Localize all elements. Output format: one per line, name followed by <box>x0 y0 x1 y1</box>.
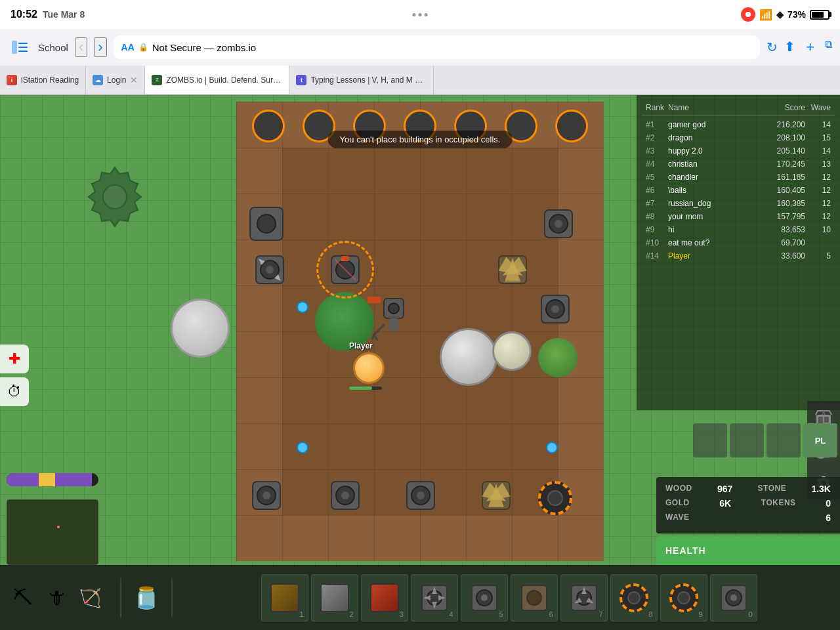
building-slots: 1 2 3 <box>178 574 840 621</box>
slot-number-4: 4 <box>449 610 453 618</box>
slot-btn-3[interactable] <box>766 423 801 457</box>
slot-6-icon <box>514 578 555 618</box>
game-area[interactable]: ✚ ⏱ You can't place buildings in occupie… <box>0 95 840 630</box>
svg-point-4 <box>103 185 127 209</box>
gear-decoration <box>79 161 151 236</box>
player-tag-button[interactable]: PL <box>803 423 837 457</box>
favicon-zombs: Z <box>152 75 162 85</box>
side-button-timer[interactable]: ⏱ <box>0 377 29 406</box>
weapon-sword[interactable]: 🗡 <box>46 587 66 609</box>
tab-label-login: Login <box>107 75 126 85</box>
school-label: School <box>38 42 68 53</box>
lb-row-9: #10 eat me out? 69,700 <box>642 236 835 249</box>
weapon-pickaxe[interactable]: ⛏ <box>13 587 33 609</box>
forward-button[interactable]: › <box>94 37 106 57</box>
tab-istation[interactable]: i iStation Reading <box>0 66 86 94</box>
slot-btn-2[interactable] <box>730 423 764 457</box>
building-slot-6[interactable]: 6 <box>511 574 558 621</box>
lb-score-0: 216,200 <box>759 120 805 129</box>
reload-button[interactable]: ↻ <box>766 39 778 55</box>
weapon-bow[interactable]: 🏹 <box>79 587 102 609</box>
lb-row-0: #1 gamer god 216,200 14 <box>642 118 835 131</box>
lb-rank-0: #1 <box>646 120 665 129</box>
location-icon: ◈ <box>776 9 784 20</box>
aa-button[interactable]: AA <box>121 42 135 52</box>
slot-3-icon <box>364 578 405 618</box>
lb-name-9: eat me out? <box>668 238 757 247</box>
slot-number-6: 6 <box>549 610 553 618</box>
lb-row-8: #9 hi 83,653 10 <box>642 223 835 236</box>
building-slot-4[interactable]: 4 <box>411 574 458 621</box>
lb-name-6: russian_dog <box>668 199 757 208</box>
potion-slot[interactable]: 🫙 <box>127 585 166 610</box>
lb-rank-6: #7 <box>646 199 665 208</box>
side-button-health[interactable]: ✚ <box>0 345 29 373</box>
svg-point-30 <box>341 492 349 499</box>
tab-typing[interactable]: t Typing Lessons | V, H, and M Keys... <box>289 66 434 94</box>
lb-rank-1: #2 <box>646 133 665 142</box>
cannon-left <box>253 253 287 289</box>
slot-btn-1[interactable] <box>693 423 727 457</box>
lb-score-5: 160,405 <box>759 186 805 195</box>
player-health-fill-mini <box>349 387 372 390</box>
cannon-bottom-1 <box>249 478 284 515</box>
turret-left-1 <box>249 207 284 241</box>
blue-dot-2 <box>297 301 308 313</box>
pickaxe-icon: ⛏ <box>13 587 33 609</box>
svg-point-33 <box>417 492 425 499</box>
back-button[interactable]: ‹ <box>75 37 87 57</box>
building-slot-9[interactable]: 9 <box>660 574 707 621</box>
lb-name-7: your mom <box>668 212 757 221</box>
svg-line-43 <box>374 335 377 340</box>
status-right: 📶 ◈ 73% <box>741 7 830 22</box>
building-slot-0[interactable]: 0 <box>710 574 757 621</box>
svg-point-24 <box>555 220 562 228</box>
orange-ring-bottom <box>538 481 572 515</box>
building-slot-5[interactable]: 5 <box>461 574 508 621</box>
tabs-button[interactable]: ⧉ <box>825 39 832 56</box>
game-board[interactable]: You can't place buildings in occupied ce… <box>236 102 604 561</box>
lb-name-2: huppy 2.0 <box>668 146 757 156</box>
battery-percent: 73% <box>788 9 806 20</box>
minimap <box>7 499 98 565</box>
slot-8-icon <box>614 578 654 618</box>
weapon-slots: ⛏ 🗡 🏹 <box>0 587 115 609</box>
lb-row-4: #5 chandler 161,185 12 <box>642 171 835 184</box>
building-slot-2[interactable]: 2 <box>311 574 358 621</box>
header-wave: Wave <box>808 103 831 112</box>
lb-rank-8: #9 <box>646 225 665 234</box>
minimap-player-dot <box>57 526 60 528</box>
share-button[interactable]: ⬆ <box>784 39 795 56</box>
new-tab-button[interactable]: + <box>806 39 814 56</box>
slot-9-icon <box>663 578 704 618</box>
building-slot-1[interactable]: 1 <box>261 574 308 621</box>
slot-number-9: 9 <box>698 610 702 618</box>
building-slot-8[interactable]: 8 <box>610 574 658 621</box>
turret-right-top <box>541 207 576 243</box>
lb-rank-3: #4 <box>646 159 665 169</box>
lb-name-8: hi <box>668 225 757 234</box>
url-field[interactable]: AA 🔒 Not Secure — zombs.io <box>114 35 761 59</box>
lb-name-10: Player <box>668 251 757 261</box>
tabs-bar: i iStation Reading ☁ Login ✕ Z ZOMBS.io … <box>0 66 840 94</box>
lb-wave-5: 12 <box>808 186 831 195</box>
header-score: Score <box>759 103 805 112</box>
status-bar: 10:52 Tue Mar 8 📶 ◈ 73% <box>0 0 840 29</box>
slot-4-icon <box>414 578 455 618</box>
lb-row-3: #4 christian 170,245 13 <box>642 158 835 171</box>
health-yellow <box>39 473 55 486</box>
building-slot-7[interactable]: 7 <box>560 574 608 621</box>
slot-0-icon <box>713 578 754 618</box>
favicon-typing: t <box>296 75 306 85</box>
sidebar-button[interactable] <box>8 35 32 59</box>
wave-label: WAVE <box>665 513 689 523</box>
tab-zombs[interactable]: Z ZOMBS.io | Build. Defend. Survive. <box>145 66 289 94</box>
building-slot-3[interactable]: 3 <box>361 574 408 621</box>
leaderboard-header: Rank Name Score Wave <box>642 100 835 116</box>
tab-close-login[interactable]: ✕ <box>130 75 138 85</box>
svg-point-61 <box>481 595 488 601</box>
tab-login[interactable]: ☁ Login ✕ <box>86 66 145 94</box>
slot-number-8: 8 <box>648 610 652 618</box>
cannon-bottom-2 <box>328 478 362 515</box>
svg-point-27 <box>262 492 270 499</box>
